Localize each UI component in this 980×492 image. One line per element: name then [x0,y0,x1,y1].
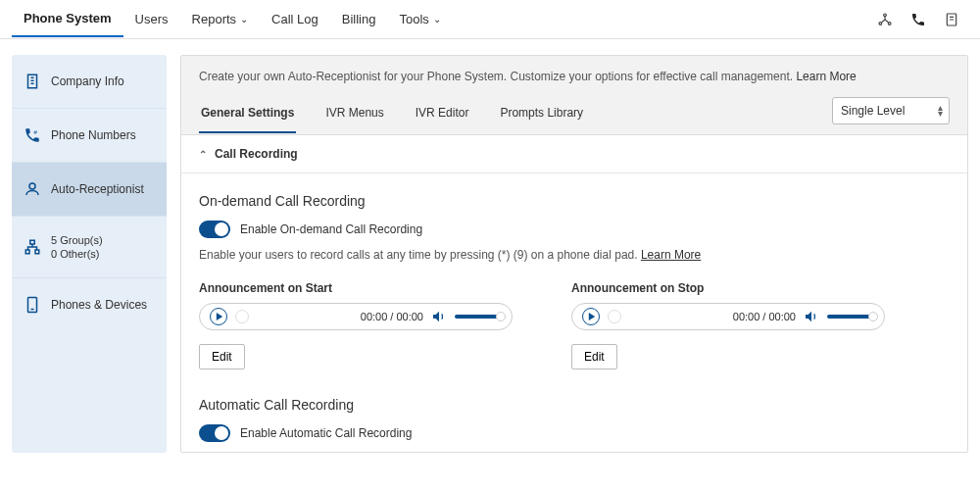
ondemand-heading: On-demand Call Recording [199,193,950,209]
nav-phone-system[interactable]: Phone System [12,1,123,37]
announcement-stop-label: Announcement on Stop [571,281,885,295]
svg-rect-7 [30,240,35,244]
main-panel: Create your own Auto-Receptionist for yo… [180,55,968,453]
volume-slider[interactable] [827,315,874,319]
phone-hash-icon: # [24,126,41,144]
main-tabs: General Settings IVR Menus IVR Editor Pr… [199,98,832,133]
nav-tools[interactable]: Tools⌄ [387,2,452,36]
tab-prompts-library[interactable]: Prompts Library [498,98,585,133]
ondemand-description: Enable your users to record calls at any… [199,248,950,262]
sidebar-item-label: Phone Numbers [51,128,136,142]
nav-call-log[interactable]: Call Log [260,2,330,36]
audio-player-stop: 00:00 / 00:00 [571,303,885,330]
sidebar-item-phone-numbers[interactable]: # Phone Numbers [12,109,167,163]
sidebar-item-groups[interactable]: 5 Group(s) 0 Other(s) [12,217,167,278]
svg-point-0 [884,14,887,17]
sidebar-item-label: Phones & Devices [51,298,147,312]
level-select[interactable]: Single Level ▴▾ [832,97,950,124]
ondemand-toggle[interactable] [199,221,230,238]
chevron-up-icon: ⌃ [199,149,207,160]
hierarchy-icon [24,238,41,256]
announcement-start-label: Announcement on Start [199,281,513,295]
phone-icon[interactable] [909,11,927,28]
auto-toggle[interactable] [199,424,230,442]
auto-heading: Automatic Call Recording [199,397,950,413]
auto-toggle-label: Enable Automatic Call Recording [240,426,412,440]
progress-thumb[interactable] [235,310,249,323]
network-icon[interactable] [876,11,894,28]
tab-ivr-editor[interactable]: IVR Editor [414,98,471,133]
sidebar: Company Info # Phone Numbers Auto-Recept… [12,55,167,453]
tab-general-settings[interactable]: General Settings [199,98,296,133]
building-icon [24,73,41,90]
volume-slider[interactable] [455,315,502,319]
sidebar-item-label: Company Info [51,74,124,88]
time-display: 00:00 / 00:00 [733,311,796,322]
volume-icon[interactable] [804,309,819,324]
svg-point-6 [29,183,35,189]
header-description: Create your own Auto-Receptionist for yo… [199,70,950,83]
learn-more-link[interactable]: Learn More [641,248,701,262]
nav-users[interactable]: Users [123,2,180,36]
edit-button-start[interactable]: Edit [199,344,245,369]
nav-billing[interactable]: Billing [330,2,388,36]
svg-rect-8 [25,250,29,254]
receptionist-icon [24,180,41,198]
time-display: 00:00 / 00:00 [361,311,423,322]
note-icon[interactable] [943,11,960,28]
play-button[interactable] [210,308,227,325]
audio-player-start: 00:00 / 00:00 [199,303,513,330]
chevron-down-icon: ⌄ [240,14,248,25]
sidebar-item-sublabel: 0 Other(s) [51,248,103,260]
chevron-down-icon: ⌄ [433,14,441,25]
svg-text:#: # [34,129,38,135]
edit-button-stop[interactable]: Edit [571,344,617,369]
learn-more-link[interactable]: Learn More [796,70,856,83]
sidebar-item-label: Auto-Receptionist [51,182,144,196]
sidebar-item-label: 5 Group(s) [51,234,103,246]
svg-rect-9 [35,250,39,254]
section-header-call-recording[interactable]: ⌃ Call Recording [181,135,967,173]
play-button[interactable] [582,308,600,325]
volume-icon[interactable] [431,309,447,324]
sidebar-item-company-info[interactable]: Company Info [12,55,167,109]
top-nav: Phone System Users Reports⌄ Call Log Bil… [0,0,980,39]
ondemand-toggle-label: Enable On-demand Call Recording [240,222,422,236]
sidebar-item-phones-devices[interactable]: Phones & Devices [12,278,167,331]
svg-point-1 [879,22,882,25]
device-icon [24,296,41,314]
sidebar-item-auto-receptionist[interactable]: Auto-Receptionist [12,163,167,217]
progress-thumb[interactable] [608,310,621,323]
tab-ivr-menus[interactable]: IVR Menus [323,98,385,133]
select-arrows-icon: ▴▾ [938,105,943,117]
svg-point-2 [888,22,891,25]
nav-reports[interactable]: Reports⌄ [180,2,261,36]
